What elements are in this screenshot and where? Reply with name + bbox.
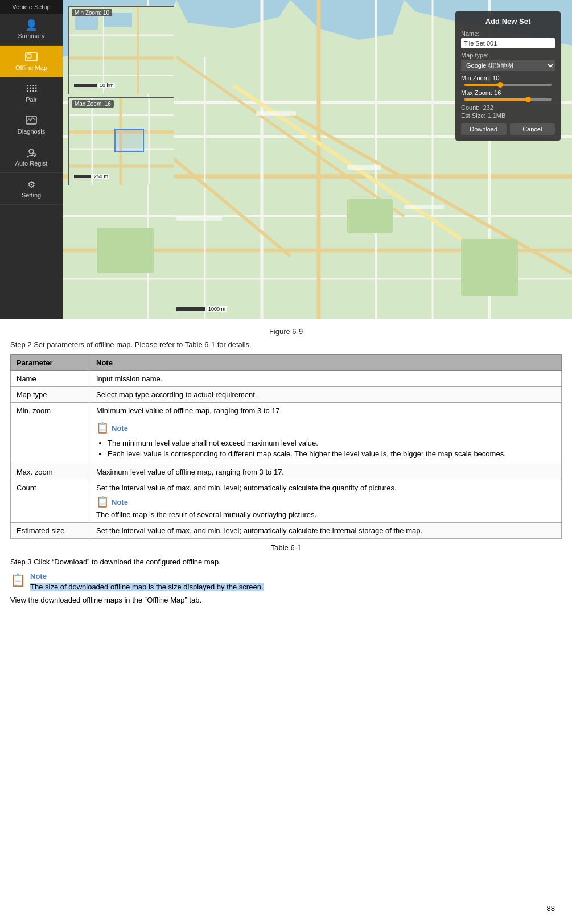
param-name: Name	[11, 371, 90, 387]
param-maxzoom: Max. zoom	[11, 464, 90, 480]
svg-text:((: ((	[33, 154, 35, 157]
svg-rect-1	[27, 54, 31, 58]
count-row: Count: 232	[461, 104, 555, 111]
max-zoom-label: Max Zoom: 16	[72, 100, 114, 108]
min-zoom-inset: Min Zoom: 10 10 km	[68, 6, 174, 94]
note-icon-minzoom: 📋	[96, 422, 109, 434]
count-note-header: 📋 Note	[96, 496, 555, 508]
param-maptype-note: Select map type according to actual requ…	[90, 387, 562, 403]
table-row-maptype: Map type Select map type according to ac…	[11, 387, 562, 403]
sidebar-header: Vehicle Setup	[0, 0, 63, 14]
step2-text: Step 2 Set parameters of offline map. Pl…	[10, 340, 562, 349]
diagnosis-icon	[24, 115, 38, 126]
sidebar-item-auto-regist[interactable]: (( Auto Regist	[0, 141, 63, 173]
svg-rect-48	[116, 130, 142, 151]
figure-caption: Figure 6-9	[10, 327, 562, 336]
param-maxzoom-note: Maximum level value of offline map, rang…	[90, 464, 562, 480]
sidebar-item-diagnosis[interactable]: Diagnosis	[0, 109, 63, 141]
min-zoom-scale-label: 10 km	[98, 82, 115, 88]
panel-buttons: Download Cancel	[461, 123, 555, 135]
count-note-bottom: The offline map is the result of several…	[96, 510, 316, 519]
param-minzoom: Min. zoom	[11, 403, 90, 464]
max-zoom-scale-label: 250 m	[93, 174, 109, 179]
sidebar-item-summary[interactable]: 👤 Summary	[0, 14, 63, 46]
download-button[interactable]: Download	[461, 123, 507, 135]
min-zoom-slider-label: Min Zoom: 10	[461, 75, 499, 81]
svg-rect-26	[461, 239, 518, 296]
map-area[interactable]: Min Zoom: 10 10 km Max Zoom: 16 250 m	[63, 0, 572, 319]
step3-text: Step 3 Click “Download” to download the …	[10, 558, 562, 566]
sidebar-label-auto-regist: Auto Regist	[15, 160, 48, 167]
panel-title: Add New Set	[461, 17, 555, 26]
sidebar-item-pair[interactable]: ⠿⠿ Pair	[0, 77, 63, 109]
table-row-name: Name Input mission name.	[11, 371, 562, 387]
sidebar-item-setting[interactable]: ⚙ Setting	[0, 173, 63, 205]
max-zoom-scale: 250 m	[74, 174, 109, 179]
param-note: Input mission name.	[90, 371, 562, 387]
table-row-minzoom: Min. zoom Minimum level value of offline…	[11, 403, 562, 464]
sidebar: Vehicle Setup 👤 Summary Offline Map ⠿⠿ P…	[0, 0, 63, 319]
param-minzoom-note: Minimum level value of offline map, rang…	[90, 403, 562, 464]
max-zoom-track[interactable]	[464, 98, 552, 101]
content-area: Figure 6-9 Step 2 Set parameters of offl…	[0, 321, 572, 610]
max-zoom-inset: Max Zoom: 16 250 m	[68, 97, 174, 185]
note-icon-count: 📋	[96, 496, 109, 508]
param-count-note: Set the interval value of max. and min. …	[90, 480, 562, 523]
svg-rect-27	[256, 111, 296, 116]
scale-bottom-label: 1000 m	[207, 306, 227, 312]
col-header-note: Note	[90, 355, 562, 371]
min-zoom-bullets: The minimum level value shall not exceed…	[96, 439, 555, 458]
sidebar-label-setting: Setting	[22, 192, 41, 199]
est-size-row: Est Size: 1.1MB	[461, 112, 555, 119]
min-zoom-scale: 10 km	[74, 82, 115, 88]
note-label-minzoom: Note	[112, 424, 128, 432]
param-maptype: Map type	[11, 387, 90, 403]
col-header-parameter: Parameter	[11, 355, 90, 371]
pair-icon: ⠿⠿	[24, 83, 38, 94]
standalone-note-title: Note	[30, 572, 264, 580]
sidebar-label-diagnosis: Diagnosis	[18, 128, 45, 135]
svg-rect-25	[347, 199, 393, 233]
sidebar-label-offline-map: Offline Map	[15, 64, 47, 71]
table-row-count: Count Set the interval value of max. and…	[11, 480, 562, 523]
add-new-set-panel: Add New Set Name: Map type: Google 街道地图 …	[455, 11, 561, 141]
params-table: Parameter Note Name Input mission name. …	[10, 354, 562, 539]
setting-icon: ⚙	[24, 179, 38, 190]
page-number: 88	[547, 904, 555, 913]
name-label: Name:	[461, 30, 555, 37]
map-type-select[interactable]: Google 街道地图	[461, 60, 555, 71]
table-row-maxzoom: Max. zoom Maximum level value of offline…	[11, 464, 562, 480]
param-count: Count	[11, 480, 90, 523]
param-estsize-note: Set the interval value of max. and min. …	[90, 523, 562, 539]
sidebar-label-summary: Summary	[18, 32, 44, 39]
autoregist-icon: ((	[24, 147, 38, 158]
standalone-note: 📋 Note The size of downloaded offline ma…	[10, 572, 562, 591]
max-zoom-row: Max Zoom: 16	[461, 89, 555, 96]
standalone-note-icon: 📋	[10, 573, 26, 588]
note-label-count: Note	[112, 498, 128, 506]
bullet-1: The minimum level value shall not exceed…	[108, 439, 555, 447]
map-type-label: Map type:	[461, 52, 555, 59]
svg-rect-24	[97, 228, 154, 273]
name-input[interactable]	[461, 38, 555, 48]
max-zoom-slider-label: Max Zoom: 16	[461, 89, 501, 96]
map-scale-bottom: 1000 m	[176, 306, 227, 312]
min-zoom-note-block: 📋 Note	[96, 418, 555, 436]
map-icon	[24, 51, 38, 63]
bullet-2: Each level value is corresponding to dif…	[108, 449, 555, 458]
view-text: View the downloaded offline maps in the …	[10, 596, 562, 604]
table-caption: Table 6-1	[10, 543, 562, 552]
person-icon: 👤	[24, 19, 38, 31]
standalone-note-content: Note The size of downloaded offline map …	[30, 572, 264, 591]
svg-rect-29	[176, 216, 222, 221]
min-zoom-label: Min Zoom: 10	[72, 9, 112, 16]
sidebar-item-offline-map[interactable]: Offline Map	[0, 46, 63, 77]
standalone-note-highlighted: The size of downloaded offline map is th…	[30, 583, 264, 591]
min-zoom-track[interactable]	[464, 84, 552, 86]
table-row-estsize: Estimated size Set the interval value of…	[11, 523, 562, 539]
svg-rect-28	[347, 165, 381, 170]
svg-rect-30	[404, 205, 444, 209]
cancel-button[interactable]: Cancel	[510, 123, 555, 135]
min-zoom-row: Min Zoom: 10	[461, 75, 555, 81]
sidebar-label-pair: Pair	[26, 96, 37, 103]
